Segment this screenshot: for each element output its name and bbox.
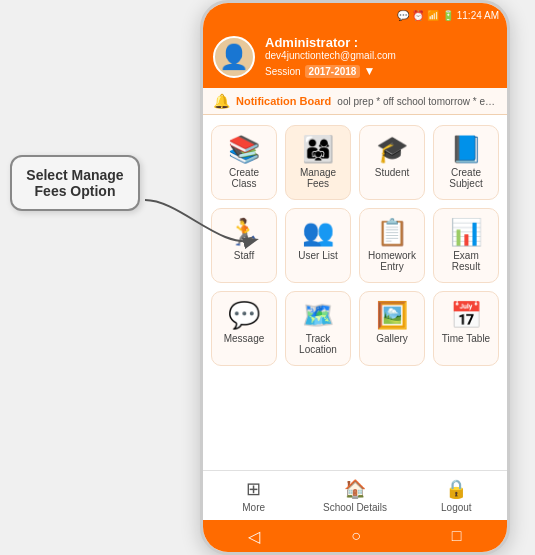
homework-entry-icon: 📋	[376, 219, 408, 245]
admin-email: dev4junctiontech@gmail.com	[265, 50, 497, 61]
grid-item-user-list[interactable]: 👥 User List	[285, 208, 351, 283]
nav-more[interactable]: ⊞ More	[203, 474, 304, 517]
android-nav-bar: ◁ ○ □	[203, 520, 507, 552]
session-row: Session 2017-2018 ▼	[265, 64, 497, 78]
admin-name: Administrator :	[265, 35, 497, 50]
callout-text: Select Manage Fees Option	[26, 167, 123, 199]
user-list-icon: 👥	[302, 219, 334, 245]
callout-box: Select Manage Fees Option	[10, 155, 140, 211]
nav-school-details[interactable]: 🏠 School Details	[304, 474, 405, 517]
grid-row-2: 🏃 Staff 👥 User List 📋 HomeworkEntry 📊 Ex…	[211, 208, 499, 283]
grid-item-time-table[interactable]: 📅 Time Table	[433, 291, 499, 366]
grid-item-student[interactable]: 🎓 Student	[359, 125, 425, 200]
message-label: Message	[224, 333, 265, 344]
notification-bar: 🔔 Notification Board ool prep * off scho…	[203, 88, 507, 115]
session-dropdown-icon[interactable]: ▼	[363, 64, 375, 78]
staff-label: Staff	[234, 250, 254, 261]
app-header: 👤 Administrator : dev4junctiontech@gmail…	[203, 27, 507, 88]
notification-icon: 🔔	[213, 93, 230, 109]
gallery-label: Gallery	[376, 333, 408, 344]
whatsapp-icon: 💬	[397, 10, 409, 21]
main-grid: 📚 CreateClass 👨‍👩‍👧 ManageFees 🎓 Student…	[203, 115, 507, 470]
alarm-icon: ⏰	[412, 10, 424, 21]
track-location-label: TrackLocation	[299, 333, 337, 355]
manage-fees-label: ManageFees	[300, 167, 336, 189]
homework-entry-label: HomeworkEntry	[368, 250, 416, 272]
create-class-label: CreateClass	[229, 167, 259, 189]
create-class-icon: 📚	[228, 136, 260, 162]
grid-row-3: 💬 Message 🗺️ TrackLocation 🖼️ Gallery 📅 …	[211, 291, 499, 366]
grid-item-homework-entry[interactable]: 📋 HomeworkEntry	[359, 208, 425, 283]
time-table-icon: 📅	[450, 302, 482, 328]
time-display: 11:24 AM	[457, 10, 499, 21]
manage-fees-icon: 👨‍👩‍👧	[302, 136, 334, 162]
nav-logout[interactable]: 🔒 Logout	[406, 474, 507, 517]
create-subject-icon: 📘	[450, 136, 482, 162]
more-icon: ⊞	[246, 478, 261, 500]
avatar: 👤	[213, 36, 255, 78]
exam-result-label: ExamResult	[452, 250, 480, 272]
time-table-label: Time Table	[442, 333, 490, 344]
bottom-nav: ⊞ More 🏠 School Details 🔒 Logout	[203, 470, 507, 520]
grid-item-create-subject[interactable]: 📘 CreateSubject	[433, 125, 499, 200]
school-details-icon: 🏠	[344, 478, 366, 500]
message-icon: 💬	[228, 302, 260, 328]
student-label: Student	[375, 167, 409, 178]
outer-wrap: Select Manage Fees Option 💬 ⏰ 📶 🔋 11:24 …	[0, 0, 535, 555]
create-subject-label: CreateSubject	[449, 167, 482, 189]
battery-icon: 🔋	[442, 10, 454, 21]
back-button[interactable]: ◁	[248, 527, 260, 546]
session-label: Session	[265, 66, 301, 77]
grid-item-exam-result[interactable]: 📊 ExamResult	[433, 208, 499, 283]
more-label: More	[242, 502, 265, 513]
notification-text: ool prep * off school tomorrow * exam fr…	[337, 96, 497, 107]
student-icon: 🎓	[376, 136, 408, 162]
grid-item-staff[interactable]: 🏃 Staff	[211, 208, 277, 283]
staff-icon: 🏃	[228, 219, 260, 245]
status-icons: 💬 ⏰ 📶 🔋 11:24 AM	[397, 10, 499, 21]
grid-item-track-location[interactable]: 🗺️ TrackLocation	[285, 291, 351, 366]
avatar-icon: 👤	[219, 43, 249, 71]
recents-button[interactable]: □	[452, 527, 462, 545]
signal-icon: 📶	[427, 10, 439, 21]
notification-label: Notification Board	[236, 95, 331, 107]
grid-row-1: 📚 CreateClass 👨‍👩‍👧 ManageFees 🎓 Student…	[211, 125, 499, 200]
exam-result-icon: 📊	[450, 219, 482, 245]
grid-item-manage-fees[interactable]: 👨‍👩‍👧 ManageFees	[285, 125, 351, 200]
header-info: Administrator : dev4junctiontech@gmail.c…	[265, 35, 497, 78]
session-value: 2017-2018	[305, 65, 361, 78]
grid-item-gallery[interactable]: 🖼️ Gallery	[359, 291, 425, 366]
logout-icon: 🔒	[445, 478, 467, 500]
status-bar: 💬 ⏰ 📶 🔋 11:24 AM	[203, 3, 507, 27]
grid-item-create-class[interactable]: 📚 CreateClass	[211, 125, 277, 200]
logout-label: Logout	[441, 502, 472, 513]
home-button[interactable]: ○	[351, 527, 361, 545]
school-details-label: School Details	[323, 502, 387, 513]
gallery-icon: 🖼️	[376, 302, 408, 328]
phone-frame: 💬 ⏰ 📶 🔋 11:24 AM 👤 Administrator : dev4j…	[200, 0, 510, 555]
track-location-icon: 🗺️	[302, 302, 334, 328]
grid-item-message[interactable]: 💬 Message	[211, 291, 277, 366]
user-list-label: User List	[298, 250, 337, 261]
